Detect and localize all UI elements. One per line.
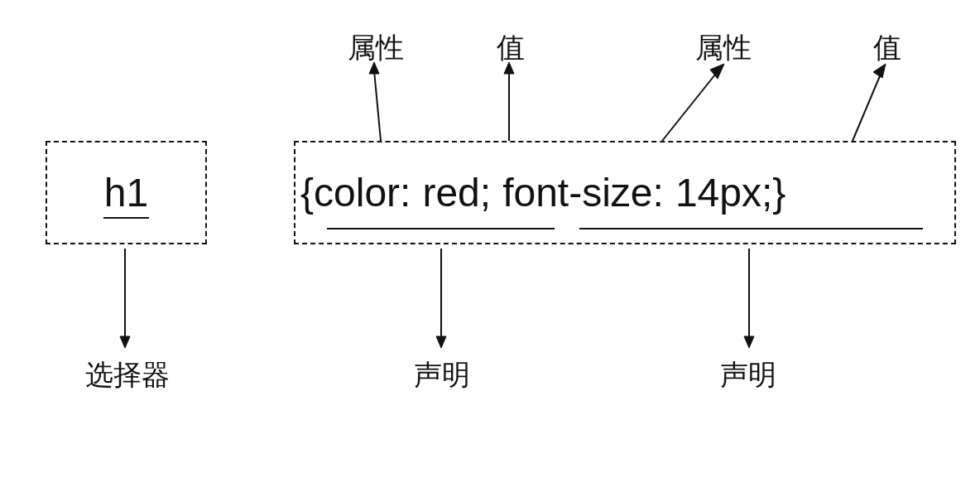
diagram-canvas: { "selector": { "text": "h1", "label": "… — [0, 0, 980, 483]
semicolon-2: ; — [761, 170, 772, 215]
arrow-value-1 — [497, 62, 521, 141]
svg-marker-3 — [504, 62, 514, 74]
property-1: color — [314, 170, 400, 215]
open-brace: { — [300, 170, 314, 215]
arrow-property-2 — [654, 62, 728, 141]
semicolon-1: ; — [480, 170, 491, 215]
value-1: red — [422, 170, 479, 215]
declaration-1-underline — [327, 228, 555, 229]
selector-label: 选择器 — [85, 356, 170, 394]
colon-2: : — [653, 170, 664, 215]
arrow-property-1 — [364, 62, 397, 141]
property-2: font-size — [502, 170, 652, 215]
declaration-2-underline — [579, 228, 923, 229]
arrow-declaration-1 — [429, 249, 454, 348]
declaration-label-2: 声明 — [720, 356, 776, 394]
selector-box: h1 — [46, 141, 207, 244]
svg-line-4 — [662, 70, 718, 141]
arrow-declaration-2 — [737, 249, 761, 348]
close-brace: } — [772, 170, 785, 215]
selector-underline — [103, 217, 149, 219]
svg-marker-11 — [436, 336, 446, 348]
colon-1: : — [400, 170, 411, 215]
svg-line-0 — [374, 70, 381, 141]
arrow-value-2 — [844, 62, 894, 141]
svg-marker-9 — [120, 336, 130, 348]
arrow-selector — [113, 249, 137, 348]
svg-marker-1 — [369, 62, 379, 74]
svg-marker-13 — [744, 336, 754, 348]
value-2: 14px — [675, 170, 761, 215]
selector-text: h1 — [104, 170, 148, 215]
svg-marker-5 — [710, 64, 724, 79]
svg-line-6 — [853, 72, 882, 141]
svg-marker-7 — [873, 64, 886, 78]
declaration-label-1: 声明 — [414, 356, 470, 394]
